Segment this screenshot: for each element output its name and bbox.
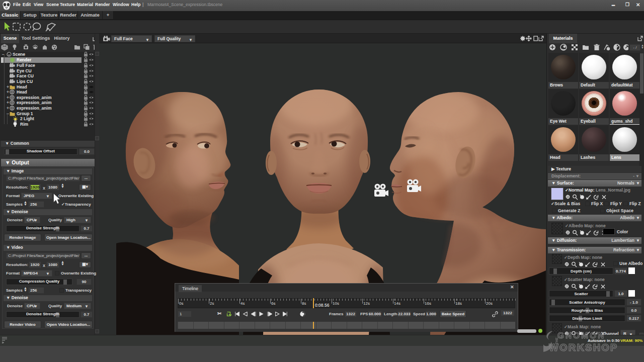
svg-text:GNOMON: GNOMON — [557, 331, 605, 340]
svg-text:WORKSHOP: WORKSHOP — [549, 342, 618, 353]
